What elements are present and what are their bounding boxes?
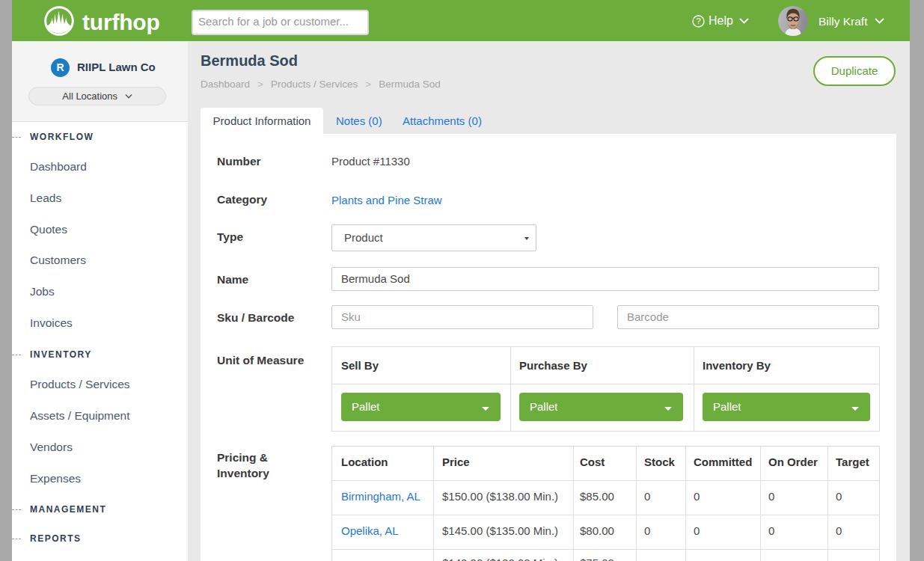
svg-text:?: ?: [696, 16, 700, 25]
